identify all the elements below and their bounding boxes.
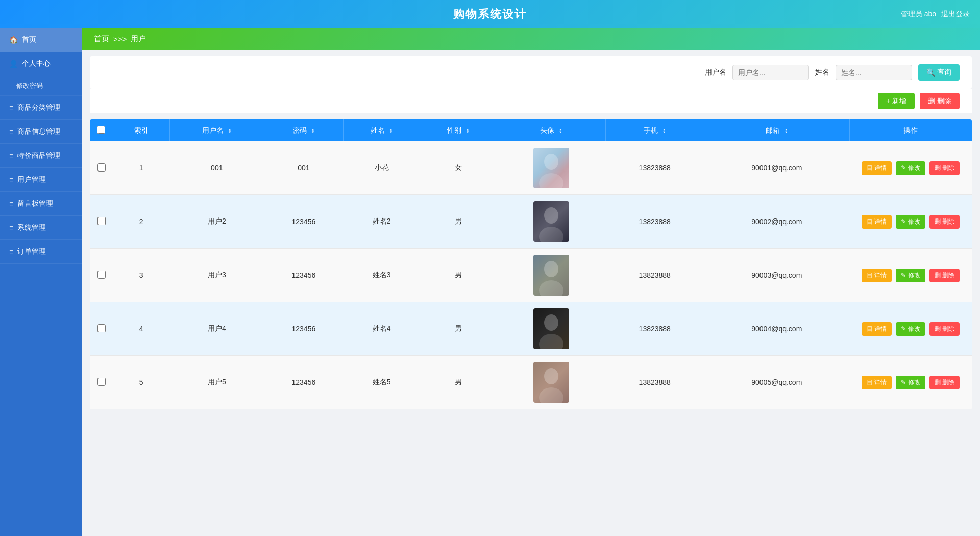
svg-point-5 xyxy=(539,280,564,296)
row-avatar xyxy=(497,302,605,356)
th-avatar[interactable]: 头像 ⇕ xyxy=(497,119,605,141)
avatar-svg xyxy=(533,201,569,242)
detail-button[interactable]: 目 详情 xyxy=(862,161,892,175)
row-actions: 目 详情 ✎ 修改 删 删除 xyxy=(849,302,972,356)
row-name: 姓名3 xyxy=(343,249,420,302)
detail-button[interactable]: 目 详情 xyxy=(862,269,892,282)
sidebar-system-label: 系统管理 xyxy=(17,223,46,232)
system-icon: ≡ xyxy=(9,224,13,232)
edit-button[interactable]: ✎ 修改 xyxy=(896,269,925,282)
delete-row-button[interactable]: 删 删除 xyxy=(929,376,960,389)
th-username[interactable]: 用户名 ⇕ xyxy=(169,119,264,141)
sidebar-item-goods-mgmt[interactable]: ≡ 商品信息管理 xyxy=(0,120,82,144)
sidebar-item-order-mgmt[interactable]: ≡ 订单管理 xyxy=(0,240,82,264)
row-email: 90001@qq.com xyxy=(704,141,849,195)
sidebar-item-special-goods[interactable]: ≡ 特价商品管理 xyxy=(0,144,82,168)
breadcrumb-home[interactable]: 首页 xyxy=(94,34,109,44)
search-button[interactable]: 🔍 查询 xyxy=(918,64,960,81)
edit-button[interactable]: ✎ 修改 xyxy=(896,376,925,389)
sidebar-goods-label: 商品信息管理 xyxy=(17,127,60,136)
row-checkbox[interactable] xyxy=(97,324,106,332)
sidebar-item-change-password[interactable]: 修改密码 xyxy=(0,76,82,96)
lastname-input[interactable] xyxy=(836,65,912,80)
row-username: 001 xyxy=(169,141,264,195)
table-row: 2 用户2 123456 姓名2 男 13823888 90002@qq.com… xyxy=(90,195,972,249)
row-checkbox[interactable] xyxy=(97,378,106,386)
sort-phone-icon: ⇕ xyxy=(662,128,666,134)
sort-email-icon: ⇕ xyxy=(784,128,788,134)
row-phone: 13823888 xyxy=(605,302,704,356)
row-index: 4 xyxy=(113,302,169,356)
delete-row-button[interactable]: 删 删除 xyxy=(929,322,960,336)
row-avatar xyxy=(497,195,605,249)
table-row: 4 用户4 123456 姓名4 男 13823888 90004@qq.com… xyxy=(90,302,972,356)
main-layout: 🏠 首页 👤 个人中心 修改密码 ≡ 商品分类管理 ≡ 商品信息管理 ≡ 特价商… xyxy=(0,28,980,536)
th-name[interactable]: 姓名 ⇕ xyxy=(343,119,420,141)
row-index: 3 xyxy=(113,249,169,302)
edit-button[interactable]: ✎ 修改 xyxy=(896,215,925,229)
detail-button[interactable]: 目 详情 xyxy=(862,376,892,389)
admin-label: 管理员 abo xyxy=(901,10,936,19)
sort-password-icon: ⇕ xyxy=(311,128,315,134)
row-phone: 13823888 xyxy=(605,249,704,302)
goods-icon: ≡ xyxy=(9,128,13,136)
sidebar-item-home[interactable]: 🏠 首页 xyxy=(0,28,82,52)
svg-point-9 xyxy=(539,387,564,403)
search-icon: 🔍 xyxy=(926,68,935,77)
svg-point-8 xyxy=(544,368,558,384)
row-username: 用户2 xyxy=(169,195,264,249)
search-area: 用户名 姓名 🔍 查询 xyxy=(90,56,972,89)
person-icon: 👤 xyxy=(9,60,18,68)
delete-row-button[interactable]: 删 删除 xyxy=(929,269,960,282)
action-bar: + 新增 删 删除 xyxy=(90,89,972,113)
svg-point-0 xyxy=(544,154,558,170)
th-email[interactable]: 邮箱 ⇕ xyxy=(704,119,849,141)
th-gender[interactable]: 性别 ⇕ xyxy=(420,119,497,141)
sidebar: 🏠 首页 👤 个人中心 修改密码 ≡ 商品分类管理 ≡ 商品信息管理 ≡ 特价商… xyxy=(0,28,82,536)
row-checkbox[interactable] xyxy=(97,163,106,172)
logout-button[interactable]: 退出登录 xyxy=(941,10,970,19)
sidebar-item-home-label: 首页 xyxy=(22,35,36,44)
sidebar-item-personal-label: 个人中心 xyxy=(22,59,51,68)
row-checkbox[interactable] xyxy=(97,271,106,279)
category-icon: ≡ xyxy=(9,104,13,112)
delete-row-button[interactable]: 删 删除 xyxy=(929,161,960,175)
row-actions: 目 详情 ✎ 修改 删 删除 xyxy=(849,249,972,302)
detail-button[interactable]: 目 详情 xyxy=(862,215,892,229)
svg-point-6 xyxy=(544,314,558,331)
row-password: 123456 xyxy=(264,302,343,356)
detail-button[interactable]: 目 详情 xyxy=(862,322,892,336)
th-password[interactable]: 密码 ⇕ xyxy=(264,119,343,141)
sidebar-item-system-mgmt[interactable]: ≡ 系统管理 xyxy=(0,216,82,240)
home-icon: 🏠 xyxy=(9,36,18,44)
select-all-checkbox[interactable] xyxy=(97,126,105,134)
sidebar-item-user-mgmt[interactable]: ≡ 用户管理 xyxy=(0,168,82,192)
avatar xyxy=(533,148,569,188)
row-checkbox-cell xyxy=(90,195,113,249)
row-name: 姓名2 xyxy=(343,195,420,249)
batch-delete-button[interactable]: 删 删除 xyxy=(920,93,960,109)
th-phone[interactable]: 手机 ⇕ xyxy=(605,119,704,141)
row-checkbox[interactable] xyxy=(97,217,106,225)
delete-row-button[interactable]: 删 删除 xyxy=(929,215,960,229)
sidebar-order-label: 订单管理 xyxy=(17,247,46,256)
row-actions: 目 详情 ✎ 修改 删 删除 xyxy=(849,141,972,195)
sidebar-item-category-mgmt[interactable]: ≡ 商品分类管理 xyxy=(0,96,82,120)
username-input[interactable] xyxy=(732,65,809,80)
row-password: 123456 xyxy=(264,195,343,249)
sidebar-item-personal[interactable]: 👤 个人中心 xyxy=(0,52,82,76)
row-password: 001 xyxy=(264,141,343,195)
new-button[interactable]: + 新增 xyxy=(878,93,915,109)
row-gender: 男 xyxy=(420,195,497,249)
edit-button[interactable]: ✎ 修改 xyxy=(896,322,925,336)
row-index: 2 xyxy=(113,195,169,249)
edit-button[interactable]: ✎ 修改 xyxy=(896,161,925,175)
sidebar-item-message-board[interactable]: ≡ 留言板管理 xyxy=(0,192,82,216)
row-username: 用户4 xyxy=(169,302,264,356)
special-icon: ≡ xyxy=(9,152,13,160)
row-checkbox-cell xyxy=(90,249,113,302)
row-actions: 目 详情 ✎ 修改 删 删除 xyxy=(849,356,972,409)
sort-gender-icon: ⇕ xyxy=(465,128,470,134)
row-actions: 目 详情 ✎ 修改 删 删除 xyxy=(849,195,972,249)
row-index: 5 xyxy=(113,356,169,409)
